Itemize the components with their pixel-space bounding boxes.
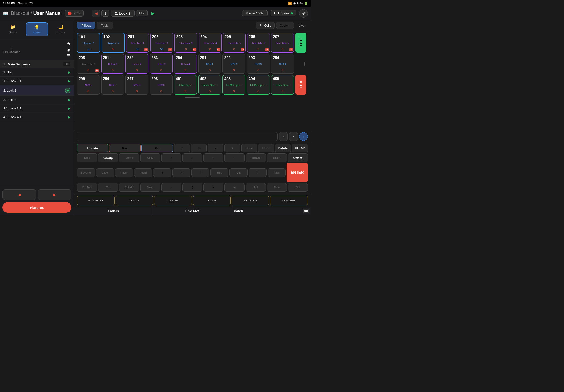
- custom-button[interactable]: Custom: [276, 22, 294, 29]
- cells-button[interactable]: 👁 Cells: [256, 22, 275, 29]
- list-icon[interactable]: ☰: [67, 54, 70, 58]
- home-button[interactable]: Home: [241, 144, 257, 153]
- cue-item-look11[interactable]: 1.1. Look 1.1 ▶: [0, 77, 74, 85]
- fixture-294[interactable]: 294 NYX 4 0: [271, 54, 294, 74]
- fixture-201[interactable]: 201 Titan Tube 1 50 E1: [126, 33, 149, 53]
- cue-item-look41[interactable]: 4.1. Look 4.1 ▶: [0, 113, 74, 121]
- release-button[interactable]: Release: [246, 154, 266, 162]
- sidebar-tab-effects[interactable]: 🌙 Effects: [50, 22, 71, 36]
- footer-liveplot[interactable]: Live Plot: [153, 207, 232, 215]
- num-7-button[interactable]: 7: [174, 144, 190, 153]
- color-button[interactable]: COLOR: [154, 196, 192, 205]
- beam-button[interactable]: BEAM: [193, 196, 231, 205]
- time-button[interactable]: Time: [267, 183, 287, 192]
- tint-button[interactable]: Tint: [98, 183, 118, 192]
- input-next-button[interactable]: ›: [289, 132, 298, 141]
- effect-button[interactable]: Effect: [96, 168, 114, 177]
- thru-button[interactable]: Thru: [210, 168, 228, 177]
- fixture-206[interactable]: 206 Titan Tube 6 0 E1: [247, 33, 270, 53]
- footer-faders[interactable]: Faders: [74, 207, 153, 215]
- control-button[interactable]: CONTROL: [270, 196, 308, 205]
- num-1-button[interactable]: 1: [153, 168, 171, 177]
- num-4-button[interactable]: 4: [161, 154, 181, 162]
- cue-item-look31[interactable]: 3.1. Look 3.1 ▶: [0, 104, 74, 113]
- play-button[interactable]: ▶: [149, 10, 157, 17]
- fixture-252[interactable]: 252 Helios 2 0: [125, 54, 148, 74]
- fixture-102[interactable]: 102 Skypanel 2 0: [102, 33, 125, 53]
- scrollbar[interactable]: [304, 62, 305, 66]
- fixture-207[interactable]: 207 Titan Tube 7 0 E1: [271, 33, 294, 53]
- sidebar-tab-looks[interactable]: 💡 Looks: [26, 22, 48, 36]
- num-6-button[interactable]: 6: [203, 154, 223, 162]
- go-button[interactable]: Go: [141, 144, 173, 153]
- num-0-button[interactable]: 0: [182, 183, 202, 192]
- if-button[interactable]: if: [248, 168, 267, 177]
- colxfd-button[interactable]: Col Xfd: [119, 183, 139, 192]
- cue-item-start[interactable]: 1. Start ▶: [0, 68, 74, 77]
- macro-button[interactable]: Macro: [119, 154, 139, 162]
- rec-button[interactable]: Rec: [109, 144, 140, 153]
- fixtures-button[interactable]: Fixtures: [2, 202, 71, 213]
- delete-button[interactable]: Delete: [275, 144, 291, 153]
- look-button[interactable]: Look: [77, 154, 97, 162]
- num-3-button[interactable]: 3: [192, 168, 210, 177]
- fixture-297[interactable]: 297 NYX 7 0: [125, 75, 148, 95]
- fixture-296[interactable]: 296 NYX 6 0: [101, 75, 124, 95]
- palette-icon[interactable]: ◈: [67, 48, 70, 52]
- fixture-204[interactable]: 204 Titan Tube 4 0 E1: [199, 33, 221, 53]
- sidebar-tab-groups[interactable]: 📁 Groups: [2, 22, 23, 36]
- num-2-button[interactable]: 2: [172, 168, 191, 177]
- at-button[interactable]: At: [224, 183, 245, 192]
- fixture-controls[interactable]: ⊞ Fixture Controls: [3, 46, 20, 53]
- swap-button[interactable]: Swap: [140, 183, 160, 192]
- fixture-205[interactable]: 205 Titan Tube 5 0 E1: [223, 33, 246, 53]
- intensity-button[interactable]: INTENSITY: [77, 196, 115, 205]
- fixture-402[interactable]: 402 LiteMat Spec... 0: [198, 75, 221, 95]
- fixture-291[interactable]: 291 NYX 1 0: [198, 54, 221, 74]
- tab-table[interactable]: Table: [96, 22, 113, 29]
- master-button[interactable]: Master 100%: [242, 10, 268, 16]
- tab-pillbox[interactable]: Pillbox: [77, 22, 95, 29]
- align-button[interactable]: Align: [268, 168, 286, 177]
- prev-look-button[interactable]: ◀: [92, 10, 100, 17]
- out-button[interactable]: OUT: [295, 75, 306, 95]
- fixture-293[interactable]: 293 NYX 3 0: [247, 54, 270, 74]
- sidebar-prev-button[interactable]: ◀: [2, 189, 36, 200]
- fixture-295[interactable]: 295 NYX 5 0: [77, 75, 100, 95]
- freeze-button[interactable]: Freeze: [258, 144, 274, 153]
- enter-button[interactable]: ENTER: [287, 163, 308, 182]
- fixture-101[interactable]: 101 Skypanel 1 55: [77, 33, 100, 53]
- compass-button[interactable]: ⊕: [299, 9, 308, 18]
- full-button[interactable]: FULL: [295, 33, 306, 53]
- fixture-405[interactable]: 405 LiteMat Spec... 0: [271, 75, 294, 95]
- on-button[interactable]: ON: [288, 183, 308, 192]
- favorite-button[interactable]: Favorite: [77, 168, 95, 177]
- out-kp-button[interactable]: Out: [229, 168, 248, 177]
- fixture-292[interactable]: 292 NYX 2 0: [222, 54, 246, 74]
- num-9-button[interactable]: 9: [208, 144, 224, 153]
- fixture-403[interactable]: 403 LiteMat Spec... 0: [222, 75, 246, 95]
- fixture-203[interactable]: 203 Titan Tube 3 0 E1: [175, 33, 197, 53]
- input-up-button[interactable]: ↑: [299, 132, 308, 141]
- group-button[interactable]: Group: [98, 154, 118, 162]
- update-button[interactable]: Update: [77, 144, 108, 153]
- num-8-button[interactable]: 8: [191, 144, 207, 153]
- lock-button[interactable]: 🔴 LOCK: [65, 10, 84, 17]
- fixture-208[interactable]: 208 Titan Tube 8 0 E1: [77, 54, 100, 74]
- cue-item-look3[interactable]: 3. Look 3 ▶: [0, 96, 74, 104]
- input-prev-button[interactable]: ‹: [279, 132, 288, 141]
- coltmp-button[interactable]: Col Tmp: [77, 183, 97, 192]
- plus-button[interactable]: +: [224, 144, 240, 153]
- fixture-254[interactable]: 254 Helios 4 0: [174, 54, 197, 74]
- focus-button[interactable]: FOCUS: [116, 196, 153, 205]
- fader-button[interactable]: Fader: [115, 168, 133, 177]
- clear-button[interactable]: CLEAR: [292, 144, 308, 153]
- fixture-401[interactable]: 401 LiteMat Spec... 0: [174, 75, 197, 95]
- offset-button[interactable]: Offset: [288, 154, 308, 162]
- sidebar-next-button[interactable]: ▶: [38, 189, 72, 200]
- keyboard-icon[interactable]: ⌨: [303, 209, 309, 213]
- cue-item-look2[interactable]: 2. Look 2 ▶: [0, 85, 74, 96]
- dot-button[interactable]: ·: [161, 183, 181, 192]
- full-kp-button[interactable]: Full: [246, 183, 266, 192]
- shutter-button[interactable]: SHUTTER: [232, 196, 269, 205]
